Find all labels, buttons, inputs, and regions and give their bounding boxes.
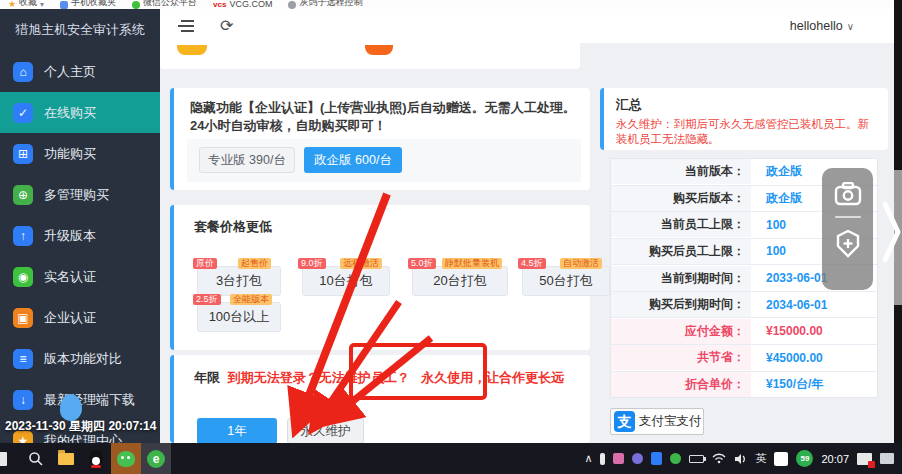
main-content: 隐藏功能【企业认证】(上传营业执照)后自动赠送。无需人工处理。24小时自动审核，… <box>160 43 894 443</box>
pro-version-button[interactable]: 专业版 390/台 <box>199 147 295 173</box>
ime-icon[interactable] <box>774 452 788 466</box>
star-icon: ★ <box>8 0 16 9</box>
sidebar-item-label: 个人主页 <box>44 63 96 81</box>
chat-bubble-overlay <box>60 394 82 421</box>
sidebar-item-label: 在线购买 <box>44 104 96 122</box>
wechat-taskbar-icon[interactable] <box>111 443 141 474</box>
tray-chevron-up-icon[interactable]: ∧ <box>584 452 592 465</box>
expand-chevron-icon[interactable] <box>882 200 902 264</box>
bookmark-wechat-platform[interactable]: 微信公众平台 <box>132 0 197 9</box>
term-warning: 到期无法登录？无法维护员工？ <box>228 370 410 385</box>
notification-icon[interactable] <box>880 453 894 464</box>
term-permanent-button[interactable]: 永久维护 <box>287 418 364 444</box>
qq-icon[interactable] <box>81 443 111 474</box>
collapse-menu-icon[interactable] <box>178 20 194 32</box>
package-10-units[interactable]: 10台打包 <box>302 266 390 296</box>
system-tray: ∧ 英 59 20:07 <box>584 450 902 467</box>
row-label: 当前版本： <box>611 159 751 184</box>
package-3-units[interactable]: 3台打包 <box>197 266 281 296</box>
desktop-clock: 2023-11-30 星期四 20:07:14 <box>5 418 156 435</box>
sync-icon[interactable] <box>632 453 643 464</box>
row-value: 政企版 <box>766 163 802 180</box>
sidebar-item-upgrade-version[interactable]: ↑ 升级版本 <box>0 215 160 256</box>
enterprise-icon: ▣ <box>13 308 33 328</box>
summary-title: 汇总 <box>604 88 888 114</box>
volume-icon[interactable] <box>734 453 747 465</box>
table-row-savings: 共节省：¥45000.00 <box>611 345 877 372</box>
package-100-plus-units[interactable]: 100台以上 <box>197 302 281 332</box>
bookmark-favorites[interactable]: ★ 收藏 ▾ <box>8 0 44 9</box>
feature-badge: 远程激活 <box>340 258 382 269</box>
yellow-button-partial[interactable] <box>177 45 207 55</box>
bookmark-vcg[interactable]: vcs VCG.COM <box>213 0 272 9</box>
compare-icon: ≡ <box>13 349 33 369</box>
id-check-icon: ◉ <box>13 267 33 287</box>
feature-badge: 全能版本 <box>230 294 272 305</box>
package-50-units[interactable]: 50台打包 <box>522 266 610 296</box>
app-header: ⟳ hellohello ∨ <box>160 9 894 43</box>
bookmark-label: 收藏 <box>19 0 37 9</box>
battery-icon[interactable] <box>689 455 704 463</box>
summary-card: 汇总 永久维护：到期后可永久无感管控已装机员工。新装机员工无法隐藏。 <box>600 88 888 150</box>
sidebar-item-label: 企业认证 <box>44 309 96 327</box>
package-20-units[interactable]: 20台打包 <box>412 266 508 296</box>
file-explorer-icon[interactable] <box>51 443 81 474</box>
row-value: ¥15000.00 <box>766 324 823 338</box>
chevron-down-icon: ∨ <box>847 21 854 32</box>
browser-e-icon[interactable]: e <box>141 443 171 474</box>
usb-icon[interactable] <box>600 453 605 465</box>
phone-icon <box>60 1 68 9</box>
security-tray-icon[interactable] <box>670 453 681 464</box>
notice-text: 隐藏功能【企业认证】(上传营业执照)后自动赠送。无需人工处理。24小时自动审核，… <box>174 88 590 135</box>
bookmark-label: VCG.COM <box>229 0 272 9</box>
user-menu[interactable]: hellohello ∨ <box>790 19 854 33</box>
bookmark-mobile[interactable]: 手机收藏夹 <box>60 0 116 9</box>
term-line: 年限 到期无法登录？无法维护员工？ 永久使用，让合作更长远 <box>174 355 590 387</box>
row-label: 折合单价： <box>611 372 751 397</box>
sidebar-item-feature-purchase[interactable]: ⊞ 功能购买 <box>0 133 160 174</box>
package-price-card: 套餐价格更低 3台打包 原价 起售价 10台打包 9.0折 远程激活 20台打包… <box>170 205 590 350</box>
row-value: ¥150/台/年 <box>766 376 823 393</box>
alipay-icon: 支 <box>614 411 635 432</box>
package-card-title: 套餐价格更低 <box>174 205 590 236</box>
wechat-icon <box>132 1 140 9</box>
score-badge[interactable]: 59 <box>796 450 813 467</box>
shield-icon: ✓ <box>13 103 33 123</box>
bookmark-label: 手机收藏夹 <box>71 0 116 9</box>
row-label: 购买后版本： <box>611 186 751 211</box>
browser-bookmarks-bar: ★ 收藏 ▾ 手机收藏夹 微信公众平台 vcs VCG.COM 灰鸽子远程控制 <box>0 0 894 9</box>
scrolled-card-partial <box>160 43 580 69</box>
taskbar-clock[interactable]: 20:07 <box>821 453 849 465</box>
sidebar-item-enterprise-auth[interactable]: ▣ 企业认证 <box>0 297 160 338</box>
sidebar-item-personal-home[interactable]: ⌂ 个人主页 <box>0 51 160 92</box>
term-highlight: 永久使用，让合作更长远 <box>421 370 564 385</box>
sidebar-item-multi-admin-purchase[interactable]: ⊕ 多管理购买 <box>0 174 160 215</box>
sidebar-item-label: 最新经理端下载 <box>44 391 135 409</box>
row-value: 2033-06-01 <box>766 271 827 285</box>
term-card: 年限 到期无法登录？无法维护员工？ 永久使用，让合作更长远 1年 永久维护 <box>170 355 590 443</box>
orange-button-partial[interactable] <box>365 45 393 55</box>
media-player-icon[interactable] <box>857 453 872 465</box>
sidebar-item-realname-auth[interactable]: ◉ 实名认证 <box>0 256 160 297</box>
bookmark-remote-control[interactable]: 灰鸽子远程控制 <box>288 0 362 9</box>
sidebar-item-online-purchase[interactable]: ✓ 在线购买 <box>0 92 160 133</box>
sidebar-item-version-compare[interactable]: ≡ 版本功能对比 <box>0 338 160 379</box>
start-button[interactable] <box>0 452 7 466</box>
camera-icon[interactable] <box>834 182 862 206</box>
tray-app-pink-icon[interactable] <box>613 453 624 464</box>
shield-add-icon[interactable] <box>833 228 863 260</box>
row-value: 100 <box>766 244 786 258</box>
caret-down-icon: ▾ <box>40 0 44 9</box>
taskbar-search-icon[interactable] <box>21 443 51 474</box>
bluetooth-icon[interactable] <box>651 452 662 465</box>
alipay-pay-button[interactable]: 支 支付宝支付 <box>610 408 704 435</box>
sidebar-item-label: 实名认证 <box>44 268 96 286</box>
language-indicator[interactable]: 英 <box>755 451 766 466</box>
row-label: 当前到期时间： <box>611 266 751 291</box>
refresh-icon[interactable]: ⟳ <box>220 18 233 34</box>
wifi-icon[interactable] <box>712 453 726 464</box>
term-1-year-button[interactable]: 1年 <box>197 418 277 444</box>
discount-badge: 4.5折 <box>518 258 546 269</box>
gov-version-button[interactable]: 政企版 600/台 <box>304 147 402 173</box>
table-row-amount-due: 应付金额：¥15000.00 <box>611 318 877 345</box>
